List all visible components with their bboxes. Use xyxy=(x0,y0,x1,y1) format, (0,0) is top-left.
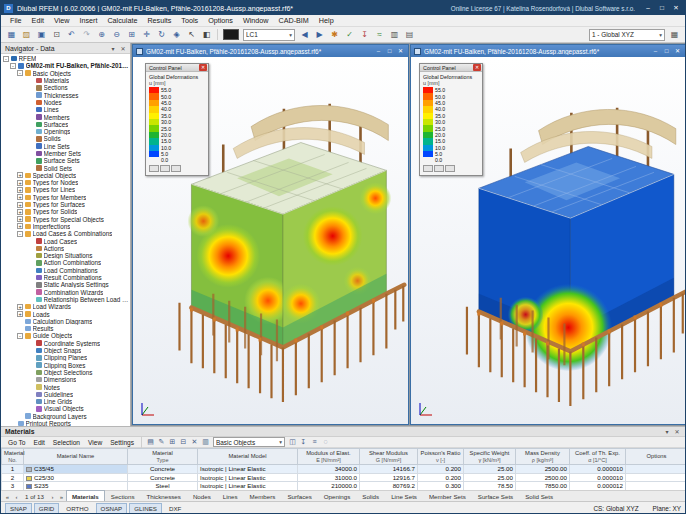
panel-toggle-icon[interactable]: ▥ xyxy=(388,28,401,41)
material-type-cell[interactable]: Steel xyxy=(128,482,198,490)
menu-insert[interactable]: Insert xyxy=(74,15,102,26)
first-page-button[interactable]: « xyxy=(3,494,12,500)
tree-item[interactable]: + Load Wizards xyxy=(1,303,130,310)
control-panel-titlebar[interactable]: Control Panel ✕ xyxy=(146,64,208,72)
thermal-expansion-cell[interactable]: 0.000012 xyxy=(570,482,626,490)
tree-item[interactable]: + Types for Nodes xyxy=(1,179,130,186)
zoom-in-icon[interactable]: ⊕ xyxy=(95,28,108,41)
tree-item[interactable]: Action Combinations xyxy=(1,259,130,266)
tree-expander[interactable]: + xyxy=(17,216,23,222)
tree-expander[interactable]: + xyxy=(17,311,23,317)
rotate-view-icon[interactable]: ↻ xyxy=(155,28,168,41)
tree-expander[interactable]: - xyxy=(17,70,23,76)
toggle-snap[interactable]: SNAP xyxy=(5,503,32,514)
thermal-expansion-cell[interactable]: 0.000010 xyxy=(570,465,626,474)
redo-icon[interactable]: ↷ xyxy=(80,28,93,41)
column-header[interactable]: Shear Modulus G [N/mm²] xyxy=(360,449,418,465)
column-filter-icon[interactable]: ▥ xyxy=(200,437,211,447)
tree-item[interactable]: Background Layers xyxy=(1,413,130,420)
control-panel-close-icon[interactable]: ✕ xyxy=(473,64,481,71)
tree-item[interactable]: Members xyxy=(1,113,130,120)
previous-load-case-icon[interactable]: ◀ xyxy=(298,28,311,41)
tree-item[interactable]: Sections xyxy=(1,84,130,91)
tree-item[interactable]: - Basic Objects xyxy=(1,70,130,77)
toggle-grid[interactable]: GRID xyxy=(34,503,59,514)
control-panel-close-icon[interactable]: ✕ xyxy=(199,64,207,71)
zoom-window-icon[interactable]: ⊞ xyxy=(125,28,138,41)
undo-icon[interactable]: ↶ xyxy=(65,28,78,41)
zoom-out-icon[interactable]: ⊖ xyxy=(110,28,123,41)
tables-panel-close-icon[interactable]: ✕ xyxy=(672,428,682,435)
printout-report-icon[interactable]: ⊡ xyxy=(50,28,63,41)
material-model-cell[interactable]: Isotropic | Linear Elastic xyxy=(198,482,298,490)
tree-item[interactable]: + Types for Surfaces xyxy=(1,201,130,208)
tree-expander[interactable]: - xyxy=(3,56,9,62)
menu-cad-bim[interactable]: CAD-BIM xyxy=(274,15,314,26)
column-header[interactable]: Material Name xyxy=(24,449,128,465)
tree-item[interactable]: Openings xyxy=(1,128,130,135)
column-header[interactable]: Modulus of Elast. E [N/mm²] xyxy=(298,449,360,465)
shear-modulus-cell[interactable]: 12916.7 xyxy=(360,473,418,482)
import-icon[interactable]: ↧ xyxy=(298,437,309,447)
close-button[interactable]: ✕ xyxy=(669,2,683,14)
panel-factors-tab[interactable] xyxy=(434,165,444,172)
column-header[interactable]: Poisson's Ratio ν [-] xyxy=(418,449,464,465)
menu-edit[interactable]: Edit xyxy=(27,15,49,26)
control-panel[interactable]: Control Panel ✕ Global Deformations u [m… xyxy=(145,63,209,176)
specific-weight-cell[interactable]: 78.50 xyxy=(464,482,516,490)
poisson-ratio-cell[interactable]: 0.200 xyxy=(418,473,464,482)
tables-toggle-icon[interactable]: ▤ xyxy=(403,28,416,41)
show-results-icon[interactable]: ≈ xyxy=(373,28,386,41)
panel-filter-tab[interactable] xyxy=(171,165,181,172)
tree-item[interactable]: Results xyxy=(1,325,130,332)
tree-item[interactable]: + Types for Members xyxy=(1,194,130,201)
column-header[interactable]: Specific Weight γ [kN/m³] xyxy=(464,449,516,465)
navigator-menu-icon[interactable]: ▾ xyxy=(108,45,118,52)
tree-item[interactable]: Static Analysis Settings xyxy=(1,281,130,288)
specific-weight-cell[interactable]: 25.00 xyxy=(464,465,516,474)
tree-item[interactable]: Guidelines xyxy=(1,391,130,398)
table-search-icon[interactable]: ◌ xyxy=(320,437,331,447)
column-header[interactable]: Coeff. of Th. Exp. α [1/°C] xyxy=(570,449,626,465)
tree-item[interactable]: Combination Wizards xyxy=(1,289,130,296)
tree-item[interactable]: - Load Cases & Combinations xyxy=(1,230,130,237)
previous-page-button[interactable]: ‹ xyxy=(12,494,21,500)
select-icon[interactable]: ↖ xyxy=(185,28,198,41)
panel-color-scale-tab[interactable] xyxy=(149,165,159,172)
tree-item[interactable]: Materials xyxy=(1,77,130,84)
calculate-icon[interactable]: ✱ xyxy=(328,28,341,41)
background-color-swatch[interactable] xyxy=(223,29,239,40)
split-view-icon[interactable]: ◫ xyxy=(287,437,298,447)
modulus-cell[interactable]: 31000.0 xyxy=(298,473,360,482)
tree-item[interactable]: Design Situations xyxy=(1,252,130,259)
tree-item[interactable]: Load Cases xyxy=(1,237,130,244)
mass-density-cell[interactable]: 7850.00 xyxy=(516,482,570,490)
show-loads-icon[interactable]: ↧ xyxy=(358,28,371,41)
table-view-icon[interactable]: ▤ xyxy=(145,437,156,447)
pan-icon[interactable]: ✛ xyxy=(140,28,153,41)
table-list-icon[interactable]: ≡ xyxy=(309,437,320,447)
modulus-cell[interactable]: 210000.0 xyxy=(298,482,360,490)
modulus-cell[interactable]: 34000.0 xyxy=(298,465,360,474)
tree-item[interactable]: - GM02-mit FU-Balken, Pfähle-20161208-A.… xyxy=(1,62,130,69)
model-canvas-2[interactable]: Control Panel ✕ Global Deformations u [m… xyxy=(411,57,685,424)
add-row-icon[interactable]: ⊞ xyxy=(167,437,178,447)
table-menu-go-to[interactable]: Go To xyxy=(4,439,29,446)
panel-color-scale-tab[interactable] xyxy=(423,165,433,172)
panel-factors-tab[interactable] xyxy=(160,165,170,172)
tree-item[interactable]: - Guide Objects xyxy=(1,332,130,339)
shear-modulus-cell[interactable]: 80769.2 xyxy=(360,482,418,490)
shear-modulus-cell[interactable]: 14166.7 xyxy=(360,465,418,474)
tree-item[interactable]: Result Combinations xyxy=(1,274,130,281)
material-number-cell[interactable]: 2 xyxy=(2,473,24,482)
tree-item[interactable]: Dimensions xyxy=(1,376,130,383)
column-header[interactable]: Mass Density ρ [kg/m³] xyxy=(516,449,570,465)
poisson-ratio-cell[interactable]: 0.300 xyxy=(418,482,464,490)
tree-item[interactable]: + Loads xyxy=(1,310,130,317)
minimize-button[interactable]: – xyxy=(641,2,655,14)
tree-expander[interactable]: + xyxy=(17,202,23,208)
panel-filter-tab[interactable] xyxy=(445,165,455,172)
tree-item[interactable]: + Imperfections xyxy=(1,223,130,230)
tree-item[interactable]: + Types for Lines xyxy=(1,186,130,193)
last-page-button[interactable]: » xyxy=(57,494,66,500)
